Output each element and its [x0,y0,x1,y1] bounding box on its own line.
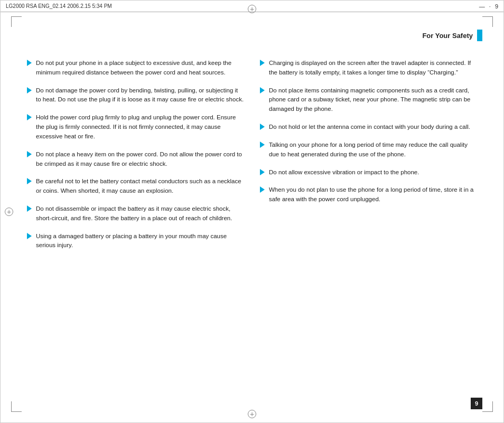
reg-circle-top [248,5,256,13]
right-bullet-item-6: When you do not plan to use the phone fo… [260,185,477,204]
bullet-arrow-left-3 [27,114,32,120]
corner-mark-tl [11,16,22,27]
header-controls: — · 9 [479,3,498,10]
bullet-arrow-right-1 [260,60,265,66]
bullet-arrow-left-7 [27,233,32,239]
page-number: 9 [471,398,482,409]
bullet-text-right-5: Do not allow excessive vibration or impa… [269,168,419,177]
left-column: Do not put your phone in a place subject… [27,59,244,391]
reg-mark-top [248,5,256,13]
bullet-text-left-7: Using a damaged battery or placing a bat… [36,232,244,251]
bullet-text-left-1: Do not put your phone in a place subject… [36,59,244,78]
bullet-text-left-6: Do not disassemble or impact the battery… [36,204,244,223]
right-bullet-item-1: Charging is displayed on the screen afte… [260,59,477,78]
reg-mark-bottom [248,410,256,418]
header-control-dot: · [489,3,491,10]
bullet-arrow-left-4 [27,151,32,157]
bullet-text-left-5: Be careful not to let the battery contac… [36,177,244,196]
right-column: Charging is displayed on the screen afte… [260,59,477,391]
left-bullet-item-7: Using a damaged battery or placing a bat… [27,232,244,251]
bullet-text-right-3: Do not hold or let the antenna come in c… [269,123,470,132]
left-bullet-item-6: Do not disassemble or impact the battery… [27,204,244,223]
corner-mark-tr [482,16,493,27]
bullet-text-left-4: Do not place a heavy item on the power c… [36,150,244,169]
reg-circle-bottom [248,410,256,418]
bullet-text-left-2: Do not damage the power cord by bending,… [36,86,244,105]
bullet-text-right-1: Charging is displayed on the screen afte… [269,59,477,78]
left-bullet-item-2: Do not damage the power cord by bending,… [27,86,244,105]
left-bullet-item-1: Do not put your phone in a place subject… [27,59,244,78]
bullet-text-right-4: Talking on your phone for a long period … [269,140,477,159]
bullet-arrow-right-5 [260,169,265,175]
corner-mark-bl [11,401,22,412]
page-title-section: For Your Safety [422,30,482,41]
right-bullet-item-3: Do not hold or let the antenna come in c… [260,123,477,132]
header-control-minimize: — [479,3,485,10]
left-bullet-item-5: Be careful not to let the battery contac… [27,177,244,196]
bullet-arrow-right-2 [260,87,265,93]
left-bullet-item-3: Hold the power cord plug firmly to plug … [27,113,244,141]
bullet-arrow-left-6 [27,205,32,212]
header-control-page: 9 [495,3,498,10]
bullet-arrow-right-3 [260,124,265,130]
bullet-arrow-right-6 [260,186,265,193]
bullet-text-right-6: When you do not plan to use the phone fo… [269,185,477,204]
bullet-text-right-2: Do not place items containing magnetic c… [269,86,477,114]
left-bullet-item-4: Do not place a heavy item on the power c… [27,150,244,169]
bullet-arrow-left-5 [27,178,32,184]
right-bullet-item-4: Talking on your phone for a long period … [260,140,477,159]
reg-mark-left [5,208,13,216]
bullet-arrow-left-1 [27,60,32,66]
bullet-arrow-left-2 [27,87,32,93]
page-container: LG2000 RSA ENG_02.14 2006.2.15 5:34 PM —… [0,0,504,423]
right-bullet-item-5: Do not allow excessive vibration or impa… [260,168,477,177]
bullet-text-left-3: Hold the power cord plug firmly to plug … [36,113,244,141]
bullet-arrow-right-4 [260,142,265,148]
right-bullet-item-2: Do not place items containing magnetic c… [260,86,477,114]
reg-circle-left [5,208,13,216]
content-area: Do not put your phone in a place subject… [27,59,477,391]
page-title: For Your Safety [422,32,473,40]
corner-mark-br [482,401,493,412]
page-title-bar [477,30,482,41]
header-text: LG2000 RSA ENG_02.14 2006.2.15 5:34 PM [6,3,479,9]
